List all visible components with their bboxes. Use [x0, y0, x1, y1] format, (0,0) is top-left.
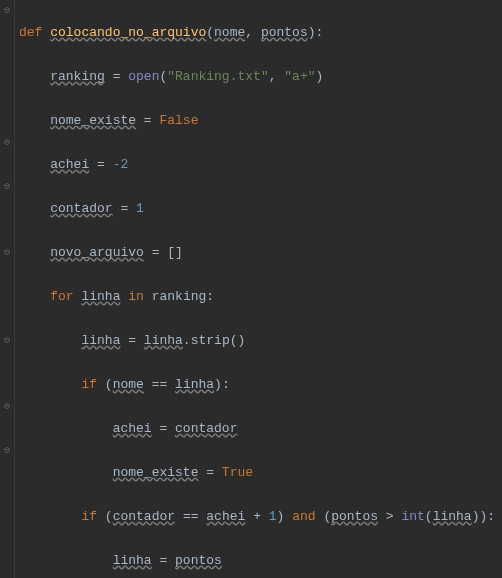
operator-eq: ==: [152, 377, 168, 392]
gutter-row: [0, 154, 14, 176]
keyword-in: in: [128, 289, 144, 304]
variable: linha: [113, 553, 152, 568]
param: nome: [214, 25, 245, 40]
gutter-row: [0, 308, 14, 330]
gutter-row: [0, 462, 14, 484]
gutter-row: [0, 110, 14, 132]
operator-gt: >: [386, 509, 394, 524]
gutter-row: [0, 352, 14, 374]
string-literal: "a+": [284, 69, 315, 84]
gutter-row: [0, 198, 14, 220]
keyword-def: def: [19, 25, 42, 40]
gutter-row: [0, 286, 14, 308]
param: pontos: [261, 25, 308, 40]
code-line[interactable]: achei = contador: [19, 418, 495, 440]
keyword-if: if: [81, 377, 97, 392]
function-name: colocando_no_arquivo: [50, 25, 206, 40]
variable: achei: [206, 509, 245, 524]
variable: nome_existe: [113, 465, 199, 480]
fold-icon[interactable]: ⊖: [0, 0, 14, 22]
code-line[interactable]: nome_existe = False: [19, 110, 495, 132]
operator-eq: ==: [183, 509, 199, 524]
string-literal: "Ranking.txt": [167, 69, 268, 84]
number-literal: -2: [113, 157, 129, 172]
code-line[interactable]: if (nome == linha):: [19, 374, 495, 396]
bool-false: False: [159, 113, 198, 128]
gutter-row: [0, 528, 14, 550]
variable: linha: [81, 289, 120, 304]
variable: pontos: [175, 553, 222, 568]
bool-true: True: [222, 465, 253, 480]
code-line[interactable]: ranking = open("Ranking.txt", "a+"): [19, 66, 495, 88]
fold-icon[interactable]: ⊖: [0, 440, 14, 462]
builtin-int: int: [401, 509, 424, 524]
gutter-row: [0, 44, 14, 66]
gutter-row: [0, 22, 14, 44]
code-line[interactable]: novo_arquivo = []: [19, 242, 495, 264]
keyword-and: and: [292, 509, 315, 524]
variable: achei: [113, 421, 152, 436]
variable: linha: [144, 333, 183, 348]
keyword-for: for: [50, 289, 73, 304]
code-line[interactable]: if (contador == achei + 1) and (pontos >…: [19, 506, 495, 528]
fold-icon[interactable]: ⊖: [0, 132, 14, 154]
fold-icon[interactable]: ⊖: [0, 396, 14, 418]
code-line[interactable]: for linha in ranking:: [19, 286, 495, 308]
gutter-row: [0, 264, 14, 286]
builtin-open: open: [128, 69, 159, 84]
variable: ranking: [152, 289, 207, 304]
gutter-row: [0, 550, 14, 572]
variable: contador: [113, 509, 175, 524]
variable: achei: [50, 157, 89, 172]
variable: linha: [175, 377, 214, 392]
gutter: ⊖ ⊖ ⊖ ⊖ ⊖ ⊖ ⊖: [0, 0, 15, 578]
code-line[interactable]: nome_existe = True: [19, 462, 495, 484]
gutter-row: [0, 220, 14, 242]
gutter-row: [0, 506, 14, 528]
variable: pontos: [331, 509, 378, 524]
code-editor[interactable]: ⊖ ⊖ ⊖ ⊖ ⊖ ⊖ ⊖ def colocando_no_arquivo(n…: [0, 0, 502, 578]
code-line[interactable]: linha = linha.strip(): [19, 330, 495, 352]
gutter-row: [0, 88, 14, 110]
operator-plus: +: [253, 509, 261, 524]
gutter-row: [0, 484, 14, 506]
variable: ranking: [50, 69, 105, 84]
variable: nome: [113, 377, 144, 392]
number-literal: 1: [269, 509, 277, 524]
gutter-row: [0, 374, 14, 396]
variable: linha: [433, 509, 472, 524]
code-line[interactable]: def colocando_no_arquivo(nome, pontos):: [19, 22, 495, 44]
code-line[interactable]: linha = pontos: [19, 550, 495, 572]
variable: contador: [50, 201, 112, 216]
fold-icon[interactable]: ⊖: [0, 330, 14, 352]
list-literal: []: [167, 245, 183, 260]
variable: novo_arquivo: [50, 245, 144, 260]
fold-icon[interactable]: ⊖: [0, 176, 14, 198]
variable: nome_existe: [50, 113, 136, 128]
variable: contador: [175, 421, 237, 436]
keyword-if: if: [81, 509, 97, 524]
fold-icon[interactable]: ⊖: [0, 242, 14, 264]
gutter-row: [0, 418, 14, 440]
gutter-row: [0, 66, 14, 88]
code-line[interactable]: achei = -2: [19, 154, 495, 176]
code-line[interactable]: contador = 1: [19, 198, 495, 220]
variable: linha: [81, 333, 120, 348]
method-call: strip: [191, 333, 230, 348]
code-area[interactable]: def colocando_no_arquivo(nome, pontos): …: [15, 0, 495, 578]
number-literal: 1: [136, 201, 144, 216]
